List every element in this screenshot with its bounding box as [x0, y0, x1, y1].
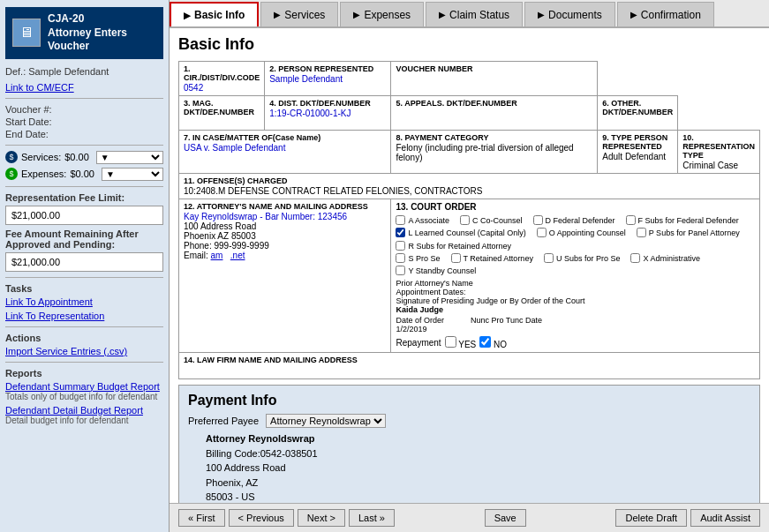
co-o-appointing-checkbox[interactable]	[537, 228, 547, 237]
report2-link[interactable]: Defendant Detail Budget Report	[5, 405, 163, 416]
expenses-dropdown[interactable]: ▼	[102, 168, 163, 181]
attorney-email-pre: Email:	[184, 251, 211, 260]
main-content: ▶ Basic Info ▶ Services ▶ Expenses ▶ Cla…	[170, 0, 769, 532]
co-d-federal[interactable]: D Federal Defender	[533, 215, 615, 225]
co-c-co-counsel[interactable]: C Co-Counsel	[460, 215, 523, 225]
payment-details: Attorney Reynoldswrap Billing Code:0542-…	[206, 431, 750, 503]
import-link[interactable]: Import Service Entries (.csv)	[5, 346, 163, 356]
date-order-row: Date of Order Nunc Pro Tunc Date	[396, 316, 755, 325]
attorney-addr1: 100 Address Road	[184, 221, 386, 231]
repayment-no-checkbox[interactable]	[479, 336, 491, 348]
appointment-link[interactable]: Link To Appointment	[5, 296, 163, 307]
voucher-num-value	[396, 74, 398, 84]
other-dkt-label: 6. OTHER. DKT/DEF.NUMBER	[602, 99, 673, 116]
tab-services[interactable]: ▶ Services	[260, 2, 338, 26]
co-s-pro-se-checkbox[interactable]	[396, 253, 405, 263]
appt-dates-label: Appointment Dates:	[396, 288, 755, 296]
table-row: 3. MAG. DKT/DEF.NUMBER 4. DIST. DKT/DEF.…	[179, 96, 760, 131]
co-d-federal-checkbox[interactable]	[533, 215, 543, 225]
co-u-subs-pro-se-checkbox[interactable]	[544, 253, 554, 263]
co-t-retained-checkbox[interactable]	[451, 253, 461, 263]
tab-expenses[interactable]: ▶ Expenses	[340, 2, 424, 26]
rep-fee-value: $21,000.00	[5, 206, 163, 225]
first-button[interactable]: « First	[178, 509, 225, 527]
co-x-admin-checkbox[interactable]	[630, 253, 640, 263]
report1-link[interactable]: Defendant Summary Budget Report	[5, 381, 163, 392]
payment-cat-label: 8. PAYMENT CATEGORY	[396, 133, 592, 142]
defendant-label: Def.: Sample Defendant	[5, 66, 163, 77]
payment-cat-value: Felony (including pre-trial diversion of…	[396, 143, 573, 162]
cir-dist-label: 1. CIR./DIST/DIV.CODE	[184, 64, 260, 82]
table-row: 7. IN CASE/MATTER OF(Case Name) USA v. S…	[179, 131, 760, 174]
attorney-email-link2[interactable]: .net	[230, 251, 245, 260]
tab-claim-status[interactable]: ▶ Claim Status	[426, 2, 523, 26]
co-y-standby-checkbox[interactable]	[396, 266, 405, 275]
mag-dkt-value	[184, 117, 186, 127]
co-l-learned-checkbox[interactable]	[396, 228, 405, 237]
attorney-email-row: Email: am .net	[184, 251, 386, 260]
tasks-label: Tasks	[5, 283, 163, 294]
services-value: $0.00	[64, 152, 89, 162]
repayment-no-label[interactable]: NO	[479, 336, 507, 349]
person-rep-value: Sample Defendant	[269, 74, 343, 84]
co-r-subs-retained-checkbox[interactable]	[396, 241, 405, 251]
co-f-subs-checkbox[interactable]	[626, 215, 636, 225]
services-dropdown[interactable]: ▼	[96, 151, 163, 164]
tab-confirmation[interactable]: ▶ Confirmation	[617, 2, 714, 26]
co-f-subs-federal[interactable]: F Subs for Federal Defender	[626, 215, 739, 225]
co-l-learned[interactable]: L Learned Counsel (Capital Only)	[396, 228, 525, 237]
co-s-pro-se[interactable]: S Pro Se	[396, 253, 440, 263]
preferred-payee-select[interactable]: Attorney Reynoldswrap	[266, 414, 386, 428]
co-p-subs-panel-checkbox[interactable]	[637, 228, 646, 237]
offense-value: 10:2408.M DEFENSE CONTRACT RELATED FELON…	[184, 186, 482, 196]
court-order-row4: Y Standby Counsel	[396, 266, 755, 275]
co-c-co-counsel-checkbox[interactable]	[460, 215, 470, 225]
attorney-name: Kay Reynoldswrap - Bar Number: 123456	[184, 212, 386, 221]
next-button[interactable]: Next >	[298, 509, 345, 527]
appeals-dkt-value	[396, 109, 398, 118]
main-scroll-area: Basic Info 1. CIR./DIST/DIV.CODE 0542 2.…	[170, 28, 769, 503]
repayment-yes-label[interactable]: YES	[445, 336, 477, 349]
preferred-payee-row: Preferred Payee Attorney Reynoldswrap	[188, 414, 750, 428]
co-x-admin[interactable]: X Administrative	[630, 253, 700, 263]
save-button[interactable]: Save	[485, 509, 526, 527]
other-dkt-cell: 6. OTHER. DKT/DEF.NUMBER	[598, 96, 678, 131]
co-a-associate-checkbox[interactable]	[396, 215, 405, 225]
case-name-label: 7. IN CASE/MATTER OF(Case Name)	[184, 133, 386, 142]
services-row: $ Services: $0.00 ▼	[5, 151, 163, 164]
app-icon: 🖥	[12, 19, 41, 47]
delete-draft-button[interactable]: Delete Draft	[615, 509, 687, 527]
fee-remaining-value: $21,000.00	[5, 252, 163, 272]
footer-bar: « First < Previous Next > Last » Save De…	[170, 503, 769, 532]
rep-type-label: 10. REPRESENTATION TYPE	[682, 133, 755, 160]
audit-assist-button[interactable]: Audit Assist	[690, 509, 760, 527]
tab-basic-info[interactable]: ▶ Basic Info	[170, 2, 259, 26]
tab-bar: ▶ Basic Info ▶ Services ▶ Expenses ▶ Cla…	[170, 0, 769, 28]
last-button[interactable]: Last »	[349, 509, 395, 527]
co-y-standby[interactable]: Y Standby Counsel	[396, 266, 476, 275]
rep-type-value: Criminal Case	[682, 161, 738, 170]
cmecf-link[interactable]: Link to CM/ECF	[5, 82, 163, 93]
previous-button[interactable]: < Previous	[229, 509, 294, 527]
report2-desc: Detail budget info for defendant	[5, 416, 163, 425]
payment-cat-cell: 8. PAYMENT CATEGORY Felony (including pr…	[391, 131, 598, 174]
co-o-appointing[interactable]: O Appointing Counsel	[537, 228, 626, 237]
type-person-label: 9. TYPE PERSON REPRESENTED	[602, 133, 673, 151]
co-r-subs-retained[interactable]: R Subs for Retained Attorney	[396, 241, 511, 251]
co-p-subs-panel[interactable]: P Subs for Panel Attorney	[637, 228, 740, 237]
expenses-value: $0.00	[70, 169, 94, 179]
repayment-yes-checkbox[interactable]	[445, 336, 456, 348]
attorney-email-link1[interactable]: am	[211, 251, 223, 260]
footer-right: Delete Draft Audit Assist	[615, 509, 760, 527]
tab-documents[interactable]: ▶ Documents	[524, 2, 615, 26]
co-a-associate[interactable]: A Associate	[396, 215, 449, 225]
representation-link[interactable]: Link To Representation	[5, 311, 163, 321]
expenses-row: $ Expenses: $0.00 ▼	[5, 168, 163, 181]
expenses-label: Expenses:	[21, 169, 66, 179]
offense-cell: 11. OFFENSE(S) CHARGED 10:2408.M DEFENSE…	[179, 174, 760, 199]
co-u-subs-pro-se[interactable]: U Subs for Pro Se	[544, 253, 621, 263]
prior-attorney-label: Prior Attorney's Name	[396, 279, 755, 288]
repayment-label: Repayment	[396, 338, 441, 348]
co-t-retained[interactable]: T Retained Attorney	[451, 253, 533, 263]
offense-row: 11. OFFENSE(S) CHARGED 10:2408.M DEFENSE…	[179, 174, 760, 199]
